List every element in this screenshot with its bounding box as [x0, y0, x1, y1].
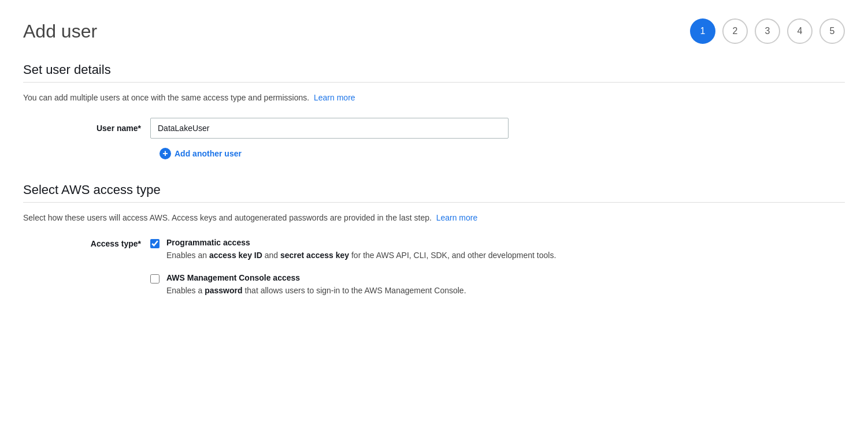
programmatic-access-desc: Enables an access key ID and secret acce… [166, 249, 556, 262]
access-type-section: Select AWS access type Select how these … [23, 182, 845, 297]
programmatic-access-checkbox[interactable] [150, 239, 159, 248]
step-indicators: 1 2 3 4 5 [690, 18, 845, 44]
access-type-row: Access type* Programmatic access Enables… [23, 238, 845, 297]
console-access-content: AWS Management Console access Enables a … [166, 273, 466, 297]
step-1[interactable]: 1 [690, 18, 715, 44]
programmatic-checkbox-wrapper [150, 239, 159, 250]
programmatic-access-content: Programmatic access Enables an access ke… [166, 238, 556, 262]
user-details-description: You can add multiple users at once with … [23, 92, 845, 104]
programmatic-access-option: Programmatic access Enables an access ke… [150, 238, 556, 262]
user-name-label: User name* [23, 124, 150, 133]
console-access-checkbox[interactable] [150, 274, 159, 283]
section-divider-1 [23, 82, 845, 83]
user-details-title: Set user details [23, 62, 845, 77]
page-title: Add user [23, 21, 97, 42]
user-name-input[interactable] [150, 118, 509, 139]
add-another-user-row: + Add another user [159, 148, 845, 159]
programmatic-access-title: Programmatic access [166, 238, 556, 247]
section-divider-2 [23, 202, 845, 203]
user-name-row: User name* [23, 118, 845, 139]
page-header: Add user 1 2 3 4 5 [23, 18, 845, 44]
access-type-description: Select how these users will access AWS. … [23, 212, 845, 224]
access-options: Programmatic access Enables an access ke… [150, 238, 556, 297]
plus-icon: + [159, 148, 171, 159]
access-type-label: Access type* [23, 238, 150, 248]
step-5[interactable]: 5 [819, 18, 845, 44]
console-access-title: AWS Management Console access [166, 273, 466, 282]
step-3[interactable]: 3 [755, 18, 780, 44]
step-2[interactable]: 2 [722, 18, 748, 44]
console-access-desc: Enables a password that allows users to … [166, 285, 466, 297]
access-type-title: Select AWS access type [23, 182, 845, 197]
console-access-option: AWS Management Console access Enables a … [150, 273, 556, 297]
user-details-learn-more-link[interactable]: Learn more [314, 93, 355, 102]
step-4[interactable]: 4 [787, 18, 813, 44]
page-container: Add user 1 2 3 4 5 Set user details You … [0, 0, 868, 334]
access-type-learn-more-link[interactable]: Learn more [436, 213, 478, 222]
add-another-user-link[interactable]: + Add another user [159, 148, 242, 159]
console-checkbox-wrapper [150, 274, 159, 285]
user-details-section: Set user details You can add multiple us… [23, 62, 845, 159]
